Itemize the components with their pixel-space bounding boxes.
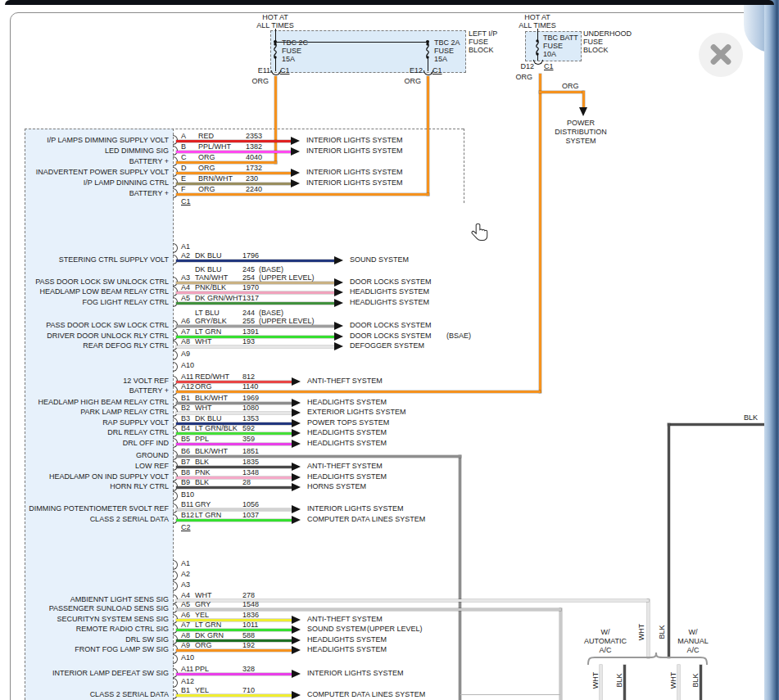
wire-A9 bbox=[176, 649, 292, 652]
system-arrow-A5 bbox=[334, 299, 343, 307]
ac-auto-line1: W/ bbox=[568, 628, 642, 636]
circuit-number-E: 230 bbox=[246, 174, 258, 183]
circuit-number-B2: 1080 bbox=[242, 404, 259, 412]
wire-color-A2: DK BLU bbox=[195, 251, 222, 260]
system-arrow-B bbox=[291, 147, 300, 156]
circuit-number-A3: 254 bbox=[242, 273, 255, 282]
pin-A2: A2 bbox=[181, 251, 190, 260]
wire-color-F: ORG bbox=[198, 185, 215, 193]
bcm-connector-c2-label[interactable]: C2 bbox=[181, 523, 191, 531]
system-arrow-A8 bbox=[334, 342, 343, 350]
pin-B6: B6 bbox=[181, 447, 190, 455]
wire-org-d12-vert bbox=[539, 74, 541, 393]
circuit-number-A7: 1011 bbox=[242, 621, 258, 629]
system-arrow-B8 bbox=[292, 473, 301, 481]
left-ip-block-label2: FUSE bbox=[469, 38, 488, 46]
system-label-B12: COMPUTER DATA LINES SYSTEM bbox=[307, 515, 425, 523]
system-label-A8: DEFOGGER SYSTEM bbox=[350, 341, 424, 350]
wire-org-e12-vert bbox=[427, 76, 429, 196]
fuse-tbc-2a-label2: FUSE bbox=[434, 47, 454, 55]
fuse-tbc-2c-label1: TBC 2C bbox=[282, 38, 308, 47]
connector-c1-e12[interactable]: C1 bbox=[433, 66, 442, 75]
connector-c1-e11[interactable]: C1 bbox=[280, 66, 290, 75]
feed-tbc-batt bbox=[537, 29, 538, 40]
system-label-B: INTERIOR LIGHTS SYSTEM bbox=[306, 147, 403, 155]
wire-B1 bbox=[176, 694, 292, 697]
wire-A12 bbox=[176, 391, 541, 393]
pin-A4: A4 bbox=[181, 591, 190, 599]
circuit-number-alt-A6: 244 bbox=[242, 309, 255, 317]
signal-label-B11: DIMMING POTENTIOMETER 5VOLT REF bbox=[25, 504, 169, 513]
wire-color-B2: WHT bbox=[195, 404, 212, 412]
ac-auto-line2: AUTOMATIC bbox=[568, 637, 642, 645]
wire-color-wht-feed: WHT bbox=[637, 620, 645, 644]
connector-c1-d12[interactable]: C1 bbox=[544, 62, 554, 70]
pin-A10: A10 bbox=[181, 653, 194, 662]
system-arrow-B4 bbox=[292, 429, 301, 437]
pin-A1: A1 bbox=[181, 559, 190, 567]
bcm-box-outer-edge bbox=[464, 129, 464, 203]
circuit-number-B7: 1835 bbox=[242, 458, 259, 466]
circuit-number-A11: 328 bbox=[242, 665, 255, 673]
component-box-top-edge bbox=[460, 694, 560, 695]
signal-label-B6: GROUND bbox=[25, 451, 169, 459]
wire-color-A12: ORG bbox=[195, 382, 212, 391]
circuit-number-A4: 278 bbox=[242, 591, 255, 599]
system-label-B3: POWER TOPS SYSTEM bbox=[307, 418, 389, 427]
window-right-edge[interactable] bbox=[764, 0, 779, 700]
system-label-B7: ANTI-THEFT SYSTEM bbox=[307, 462, 383, 470]
circuit-number-F: 2240 bbox=[246, 185, 262, 193]
wire-color-A8: DK GRN bbox=[195, 631, 224, 639]
system-label-A9: HEADLIGHTS SYSTEM bbox=[307, 645, 387, 653]
system-arrow-A9 bbox=[292, 646, 301, 654]
pin-B5: B5 bbox=[181, 435, 190, 443]
system-arrow-B7 bbox=[292, 463, 301, 471]
pin-A5: A5 bbox=[181, 294, 190, 302]
close-button[interactable] bbox=[699, 33, 743, 77]
signal-label-B1: CLASS 2 SERIAL DATA bbox=[25, 690, 169, 698]
pin-A1: A1 bbox=[181, 242, 190, 251]
wire-ground-vert bbox=[459, 455, 461, 700]
wire-E bbox=[176, 183, 291, 185]
underhood-block-label2: FUSE bbox=[583, 38, 603, 46]
fuse-tbc-2a-label3: 15A bbox=[434, 55, 447, 63]
signal-label-B2: PARK LAMP RELAY CTRL bbox=[25, 408, 169, 416]
wire-color-A9: ORG bbox=[195, 641, 212, 649]
wire-color-B3: DK BLU bbox=[195, 414, 222, 422]
circuit-number-B1: 710 bbox=[242, 686, 255, 694]
hot-at-1-line2: ALL TIMES bbox=[238, 21, 312, 29]
pin-B4: B4 bbox=[181, 424, 190, 432]
wire-A6 bbox=[176, 619, 292, 621]
pin-B1: B1 bbox=[181, 394, 190, 402]
wire-B bbox=[176, 151, 291, 153]
system-arrow-A bbox=[291, 137, 300, 145]
circuit-number-A8: 193 bbox=[242, 337, 255, 345]
circuit-number-A8: 588 bbox=[242, 631, 255, 639]
circuit-number-A6: 255 bbox=[242, 317, 255, 325]
circuit-number-A12: 1140 bbox=[242, 382, 258, 391]
system-label-A11: INTERIOR LIGHTS SYSTEM bbox=[307, 669, 404, 677]
pin-A10: A10 bbox=[181, 361, 194, 369]
fuse-tbc-batt-label2: FUSE bbox=[543, 42, 563, 50]
wire-org-branch-vert bbox=[582, 91, 585, 108]
circuit-number-A9: 192 bbox=[242, 641, 255, 649]
pin-A11: A11 bbox=[181, 665, 193, 673]
signal-label-A11: INTERIOR LAMP DEFEAT SW SIG bbox=[25, 669, 169, 677]
system-arrow-A7 bbox=[334, 332, 343, 341]
pin-cavity-A2 bbox=[173, 571, 178, 580]
ac-manual-line2: MANUAL bbox=[656, 637, 730, 645]
wire-blk-right-vert bbox=[668, 423, 670, 658]
ac-manual-line1: W/ bbox=[656, 628, 730, 636]
wire-B2 bbox=[176, 412, 292, 414]
wire-color-A5: DK GRN/WHT bbox=[195, 294, 242, 302]
signal-label-B5: DRL OFF IND bbox=[25, 439, 169, 447]
bcm-connector-c1-label[interactable]: C1 bbox=[181, 197, 191, 205]
wire-color-blk-auto: BLK bbox=[615, 668, 623, 693]
wire-A8 bbox=[176, 639, 292, 642]
circuit-number-B11: 1056 bbox=[242, 500, 259, 508]
pin-A: A bbox=[181, 132, 186, 140]
pin-A11: A11 bbox=[181, 373, 193, 381]
pin-B3: B3 bbox=[181, 414, 190, 422]
system-label-B1: HEADLIGHTS SYSTEM bbox=[307, 398, 387, 406]
system-arrow-A2 bbox=[334, 256, 343, 264]
